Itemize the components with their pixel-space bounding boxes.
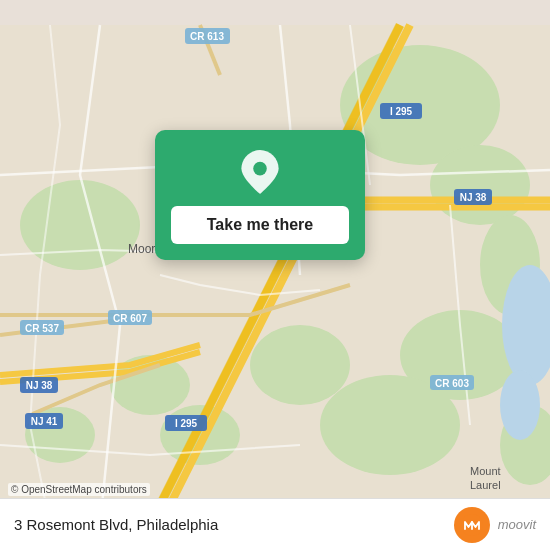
cta-card: Take me there [155,130,365,260]
location-label: 3 Rosemont Blvd, Philadelphia [14,516,218,533]
osm-attribution: © OpenStreetMap contributors [8,483,150,496]
location-pin-icon [238,150,282,194]
svg-text:CR 607: CR 607 [113,313,147,324]
svg-point-6 [250,325,350,405]
svg-text:NJ 38: NJ 38 [460,192,487,203]
svg-point-13 [500,370,540,440]
svg-point-2 [430,145,530,225]
svg-text:NJ 41: NJ 41 [31,416,58,427]
svg-text:NJ 38: NJ 38 [26,380,53,391]
svg-text:Mount: Mount [470,465,501,477]
svg-text:CR 603: CR 603 [435,378,469,389]
bottom-bar: 3 Rosemont Blvd, Philadelphia moovit [0,498,550,550]
svg-text:I 295: I 295 [175,418,198,429]
svg-text:I 295: I 295 [390,106,413,117]
svg-text:Laurel: Laurel [470,479,501,491]
moovit-logo: moovit [454,507,536,543]
moovit-brand-name: moovit [498,517,536,532]
svg-text:CR 537: CR 537 [25,323,59,334]
map-background: CR 613 I 295 NJ 38 CR 537 CR 607 I 295 N… [0,0,550,550]
map-container: CR 613 I 295 NJ 38 CR 537 CR 607 I 295 N… [0,0,550,550]
svg-text:CR 613: CR 613 [190,31,224,42]
moovit-icon [454,507,490,543]
svg-point-8 [20,180,140,270]
take-me-there-button[interactable]: Take me there [171,206,349,244]
svg-point-35 [253,162,267,176]
